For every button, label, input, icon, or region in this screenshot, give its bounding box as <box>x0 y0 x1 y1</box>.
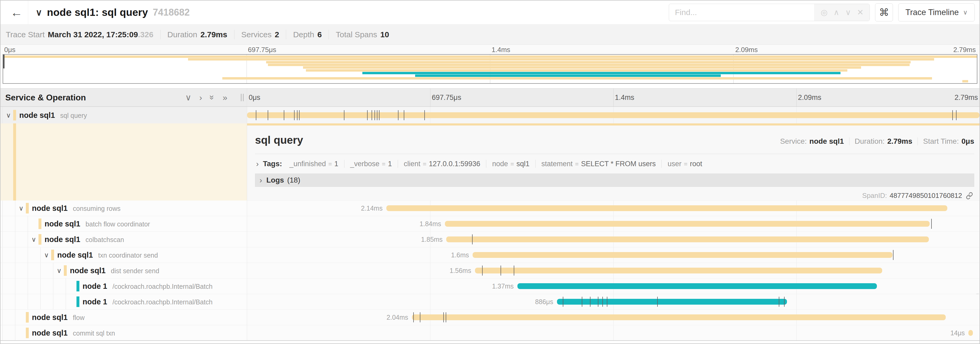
find-prev-icon[interactable]: ∧ <box>834 8 840 16</box>
tag-item: client=127.0.0.1:59936 <box>404 160 480 168</box>
span-tree-cell[interactable]: ∨node sql1sql query <box>0 107 247 123</box>
trace-view-dropdown[interactable]: Trace Timeline ∨ <box>898 3 975 21</box>
span-row-3[interactable]: ∨node sql1colbatchscan 1.85ms <box>0 232 980 247</box>
panel-resize-grip[interactable] <box>241 94 244 101</box>
span-tree-cell[interactable]: ∨node sql1txn coordinator send <box>0 247 247 262</box>
span-name-label: node 1/cockroach.roachpb.Internal/Batch <box>83 282 213 291</box>
expander-chevron-icon[interactable]: ∨ <box>19 205 24 212</box>
minimap-span <box>362 72 840 74</box>
start-time-value: 0μs <box>961 137 974 146</box>
tags-accordion[interactable]: › Tags: _unfinished=1_verbose=1client=12… <box>247 154 980 168</box>
span-row-4[interactable]: ∨node sql1txn coordinator send 1.6ms <box>0 247 980 263</box>
expand-all-icon[interactable]: » <box>223 93 228 102</box>
span-timeline-cell[interactable]: 14μs <box>247 325 980 340</box>
span-name-label: node 1/cockroach.roachpb.Internal/Batch <box>83 298 213 306</box>
span-row-6[interactable]: node 1/cockroach.roachpb.Internal/Batch … <box>0 278 980 294</box>
find-target-icon[interactable]: ◎ <box>821 8 827 16</box>
span-bar[interactable] <box>517 283 877 289</box>
span-timeline-cell[interactable]: 1.6ms <box>247 247 980 262</box>
expander-chevron-icon[interactable]: ∨ <box>31 236 36 243</box>
service-operation-header: Service & Operation ∨ › » » <box>0 88 247 107</box>
service-color-bar <box>64 265 67 276</box>
span-bar[interactable] <box>445 221 930 227</box>
tag-equals: = <box>510 160 514 168</box>
find-clear-icon[interactable]: ✕ <box>857 8 864 16</box>
span-duration-label: 14μs <box>950 329 965 337</box>
trace-minimap[interactable] <box>3 54 977 84</box>
span-row-1[interactable]: ∨node sql1consuming rows 2.14ms <box>0 200 980 216</box>
span-duration-label: 1.56ms <box>450 267 471 275</box>
log-tick <box>299 110 299 120</box>
tree-indent-guide <box>40 247 41 262</box>
span-timeline-cell[interactable]: 2.14ms <box>247 200 980 216</box>
tree-indent-guide <box>2 107 3 123</box>
span-row-9[interactable]: node sql1commit sql txn 14μs <box>0 325 980 341</box>
log-tick <box>598 297 598 307</box>
tree-indent-guide <box>53 294 53 309</box>
minimap-span <box>222 77 932 80</box>
span-row-5[interactable]: ∨node sql1dist sender send 1.56ms <box>0 263 980 278</box>
span-timeline-cell[interactable]: 2.04ms <box>247 310 980 325</box>
expand-one-icon[interactable]: › <box>199 93 202 102</box>
span-tree-cell[interactable]: node sql1flow <box>0 310 247 325</box>
back-button[interactable]: ← <box>5 0 28 24</box>
service-name: node 1 <box>83 298 107 306</box>
span-timeline-cell[interactable] <box>247 107 980 123</box>
tree-indent-guide <box>2 263 3 278</box>
span-bar[interactable] <box>473 252 892 258</box>
service-name: node sql1 <box>70 266 105 275</box>
find-next-icon[interactable]: ∨ <box>845 8 851 16</box>
span-timeline-cell[interactable]: 1.84ms <box>247 216 980 232</box>
deep-link-icon[interactable] <box>966 192 973 200</box>
tag-separator <box>535 160 536 168</box>
span-row-8[interactable]: node sql1flow 2.04ms <box>0 310 980 325</box>
span-timeline-cell[interactable]: 1.85ms <box>247 232 980 247</box>
service-color-bar <box>26 203 29 213</box>
meta-value: 10 <box>380 30 389 39</box>
span-name-label: node sql1consuming rows <box>32 204 121 213</box>
span-row-2[interactable]: node sql1batch flow coordinator 1.84ms <box>0 216 980 232</box>
page-title: node sql1: sql query <box>47 6 148 18</box>
span-row-0[interactable]: ∨node sql1sql query <box>0 107 980 123</box>
keyboard-shortcuts-button[interactable]: ⌘ <box>875 3 893 21</box>
span-timeline-cell[interactable]: 1.56ms <box>247 263 980 278</box>
span-tree-cell[interactable]: node sql1batch flow coordinator <box>0 216 247 232</box>
expander-chevron-icon[interactable]: ∨ <box>6 111 11 119</box>
span-tree-cell[interactable]: node sql1commit sql txn <box>0 325 247 340</box>
meta-value: March 31 2022, 17:25:09 <box>48 30 138 39</box>
collapse-all-icon[interactable]: » <box>208 95 216 100</box>
timeline-header-row: Service & Operation ∨ › » » 0μs697.75μs1… <box>0 88 980 107</box>
back-arrow-icon[interactable]: ← <box>11 6 23 19</box>
span-bar[interactable] <box>387 205 947 211</box>
span-tree-cell[interactable]: ∨node sql1dist sender send <box>0 263 247 278</box>
span-bar[interactable] <box>475 268 882 274</box>
collapse-one-icon[interactable]: ∨ <box>185 93 191 102</box>
axis-tick-label: 697.75μs <box>248 46 276 54</box>
span-timeline-cell[interactable]: 1.37ms <box>247 278 980 294</box>
span-bar[interactable] <box>446 237 929 242</box>
expander-chevron-icon[interactable]: ∨ <box>57 267 62 275</box>
service-name: node 1 <box>83 282 107 290</box>
expander-chevron-icon[interactable]: ∨ <box>44 251 49 259</box>
tag-separator <box>398 160 398 168</box>
span-tree-cell[interactable]: ∨node sql1colbatchscan <box>0 232 247 247</box>
tag-item: node=sql1 <box>492 160 530 168</box>
log-tick <box>472 234 473 245</box>
span-tree-cell[interactable]: ∨node sql1consuming rows <box>0 200 247 216</box>
span-bar[interactable] <box>968 330 973 336</box>
trace-collapse-icon[interactable]: ∨ <box>36 7 42 18</box>
trace-id: 7418682 <box>153 7 189 18</box>
span-row-7[interactable]: node 1/cockroach.roachpb.Internal/Batch … <box>0 294 980 310</box>
span-bar[interactable] <box>412 314 946 320</box>
span-timeline-cell[interactable]: 886μs <box>247 294 980 309</box>
span-tree-cell[interactable]: node 1/cockroach.roachpb.Internal/Batch <box>0 278 247 294</box>
tag-key: node <box>492 160 508 168</box>
logs-accordion[interactable]: › Logs (18) <box>255 174 974 187</box>
span-bar[interactable] <box>557 299 787 305</box>
span-bar[interactable] <box>247 112 980 118</box>
log-tick <box>367 110 368 120</box>
log-tick <box>374 110 375 120</box>
find-input[interactable] <box>669 4 815 21</box>
span-tree-cell[interactable]: node 1/cockroach.roachpb.Internal/Batch <box>0 294 247 309</box>
minimap-drag-handle[interactable] <box>3 55 5 69</box>
